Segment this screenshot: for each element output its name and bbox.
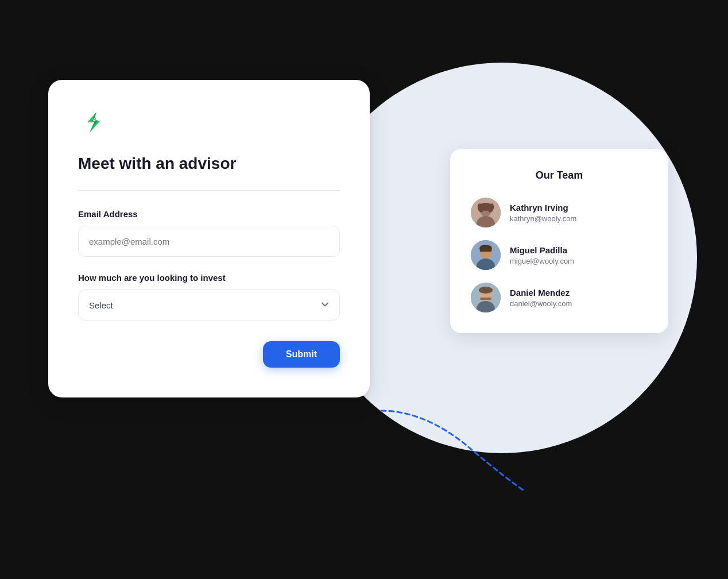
member-name-miguel: Miguel Padilla — [510, 245, 574, 255]
member-email-daniel: daniel@wooly.com — [510, 299, 572, 308]
email-label: Email Address — [78, 209, 340, 219]
team-card: Our Team Kathryn Irving kathryn@wooly.co… — [450, 149, 668, 333]
svg-point-5 — [479, 203, 493, 211]
invest-select-wrapper: Select $1,000 - $10,000 $10,000 - $50,00… — [78, 290, 340, 321]
form-card: Meet with an advisor Email Address How m… — [48, 80, 370, 397]
member-name-kathryn: Kathryn Irving — [510, 203, 576, 213]
scene: Meet with an advisor Email Address How m… — [48, 45, 680, 534]
member-info-daniel: Daniel Mendez daniel@wooly.com — [510, 288, 572, 308]
form-title: Meet with an advisor — [78, 153, 340, 174]
team-member-miguel: Miguel Padilla miguel@wooly.com — [471, 240, 648, 270]
member-info-miguel: Miguel Padilla miguel@wooly.com — [510, 245, 574, 265]
form-divider — [78, 190, 340, 191]
avatar-daniel — [471, 283, 501, 312]
member-email-kathryn: kathryn@wooly.com — [510, 214, 576, 223]
svg-point-13 — [479, 287, 493, 294]
avatar-kathryn — [471, 198, 501, 227]
email-input[interactable] — [78, 226, 340, 257]
avatar-miguel — [471, 240, 501, 270]
submit-wrapper: Submit — [78, 341, 340, 368]
invest-select[interactable]: Select $1,000 - $10,000 $10,000 - $50,00… — [78, 290, 340, 321]
team-member-kathryn: Kathryn Irving kathryn@wooly.com — [471, 198, 648, 227]
member-email-miguel: miguel@wooly.com — [510, 257, 574, 265]
brand-logo — [78, 107, 108, 137]
team-member-daniel: Daniel Mendez daniel@wooly.com — [471, 283, 648, 312]
member-info-kathryn: Kathryn Irving kathryn@wooly.com — [510, 203, 576, 223]
member-name-daniel: Daniel Mendez — [510, 288, 572, 298]
svg-rect-14 — [480, 298, 491, 300]
team-title: Our Team — [471, 169, 648, 182]
dashed-connector — [358, 405, 530, 499]
invest-label: How much are you looking to invest — [78, 273, 340, 283]
submit-button[interactable]: Submit — [263, 341, 340, 368]
